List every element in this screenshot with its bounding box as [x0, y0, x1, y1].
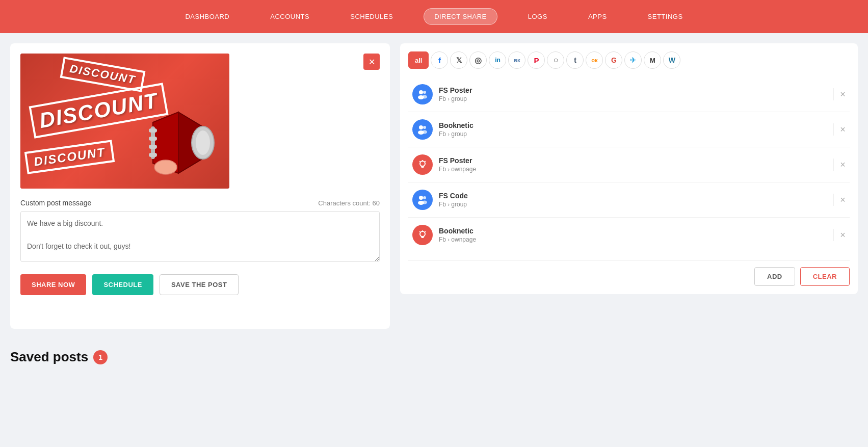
add-button[interactable]: ADD	[754, 267, 795, 286]
account-avatar	[412, 84, 433, 104]
lightbulb-icon	[417, 230, 428, 240]
nav-logs[interactable]: LOGS	[518, 9, 558, 24]
panel-footer: ADD CLEAR	[408, 260, 850, 286]
account-type: Fb › group	[439, 201, 833, 208]
account-avatar	[412, 119, 433, 140]
account-item: FS Poster Fb › group ×	[408, 77, 850, 112]
message-label: Custom post message	[20, 199, 91, 207]
nav-dashboard[interactable]: DASHBOARD	[175, 9, 240, 24]
remove-image-button[interactable]: ✕	[363, 54, 380, 70]
account-name: FS Code	[439, 192, 833, 200]
account-avatar	[412, 225, 433, 245]
account-item: Booknetic Fb › ownpage ×	[408, 218, 850, 252]
tab-all[interactable]: all	[408, 51, 429, 69]
remove-account-button[interactable]: ×	[833, 229, 846, 241]
saved-posts-badge: 1	[93, 350, 108, 364]
svg-point-15	[419, 125, 423, 129]
main-content: DISCOUNT DISCOUNT DISCOUNT	[0, 33, 868, 339]
stamp-top: DISCOUNT	[60, 57, 146, 92]
right-panel: all f 𝕏 ◎ in вк P ○ t ок G ✈ M W	[400, 43, 858, 294]
nav-accounts[interactable]: ACCOUNTS	[260, 9, 320, 24]
tab-circle[interactable]: ○	[547, 51, 564, 69]
share-now-button[interactable]: SHARE NOW	[20, 274, 86, 295]
header: DASHBOARD ACCOUNTS SCHEDULES DIRECT SHAR…	[0, 0, 868, 33]
account-info: FS Poster Fb › ownpage	[439, 156, 833, 173]
svg-rect-8	[149, 153, 157, 157]
tab-pinterest[interactable]: P	[528, 51, 545, 69]
tab-ok[interactable]: ок	[586, 51, 603, 69]
account-type: Fb › group	[439, 95, 833, 102]
svg-point-27	[422, 201, 427, 204]
remove-account-button[interactable]: ×	[833, 194, 846, 206]
message-header: Custom post message Characters count: 60	[20, 199, 380, 207]
svg-point-25	[423, 196, 426, 199]
saved-posts-header: Saved posts 1	[10, 349, 858, 365]
tab-tumblr[interactable]: t	[566, 51, 584, 69]
remove-account-button[interactable]: ×	[833, 88, 846, 100]
social-tabs: all f 𝕏 ◎ in вк P ○ t ок G ✈ M W	[408, 51, 850, 69]
svg-rect-6	[149, 137, 157, 141]
svg-line-23	[419, 161, 420, 162]
nav-apps[interactable]: APPS	[578, 9, 617, 24]
accounts-list: FS Poster Fb › group × Booknetic	[408, 77, 850, 252]
tab-medium[interactable]: M	[644, 51, 661, 69]
svg-point-3	[196, 130, 210, 155]
tab-instagram[interactable]: ◎	[469, 51, 487, 69]
account-name: FS Poster	[439, 156, 833, 165]
svg-rect-7	[149, 145, 157, 149]
post-image: DISCOUNT DISCOUNT DISCOUNT	[20, 54, 229, 189]
saved-posts-section: Saved posts 1	[0, 339, 868, 375]
clear-button[interactable]: CLEAR	[800, 267, 850, 286]
people-icon	[417, 89, 428, 100]
tab-telegram[interactable]: ✈	[624, 51, 642, 69]
people-icon	[417, 124, 428, 135]
tab-twitter[interactable]: 𝕏	[450, 51, 467, 69]
stamp-bottom: DISCOUNT	[24, 140, 115, 174]
nav-schedules[interactable]: SCHEDULES	[340, 9, 403, 24]
saved-posts-title: Saved posts	[10, 349, 88, 365]
svg-point-14	[422, 95, 427, 99]
svg-line-22	[425, 161, 426, 162]
tab-facebook[interactable]: f	[431, 51, 448, 69]
account-name: Booknetic	[439, 227, 833, 235]
account-avatar	[412, 190, 433, 210]
account-type: Fb › group	[439, 130, 833, 138]
nav-settings[interactable]: SETTINGS	[638, 9, 693, 24]
account-name: Booknetic	[439, 121, 833, 129]
svg-point-24	[419, 196, 423, 200]
image-container: DISCOUNT DISCOUNT DISCOUNT	[20, 54, 380, 189]
account-info: FS Poster Fb › group	[439, 86, 833, 102]
message-textarea[interactable]: We have a big discount. Don't forget to …	[20, 211, 380, 262]
svg-point-16	[423, 126, 426, 129]
save-post-button[interactable]: SAVE THE POST	[160, 274, 239, 295]
schedule-button[interactable]: SCHEDULE	[92, 274, 153, 295]
account-item: Booknetic Fb › group ×	[408, 112, 850, 147]
people-icon	[417, 194, 428, 205]
tab-vk[interactable]: вк	[508, 51, 525, 69]
account-type: Fb › ownpage	[439, 166, 833, 173]
svg-point-12	[423, 91, 426, 94]
remove-account-button[interactable]: ×	[833, 159, 846, 171]
account-item: FS Code Fb › group ×	[408, 182, 850, 218]
account-info: FS Code Fb › group	[439, 192, 833, 208]
megaphone-icon	[138, 92, 219, 183]
svg-rect-5	[149, 128, 157, 133]
action-buttons: SHARE NOW SCHEDULE SAVE THE POST	[20, 274, 380, 295]
account-item: FS Poster Fb › ownpage ×	[408, 147, 850, 182]
svg-line-32	[419, 231, 420, 232]
nav-direct-share[interactable]: DIRECT SHARE	[424, 8, 497, 25]
lightbulb-icon	[417, 160, 428, 170]
svg-rect-10	[158, 162, 173, 168]
svg-point-11	[419, 90, 423, 94]
remove-account-button[interactable]: ×	[833, 123, 846, 136]
characters-count: Characters count: 60	[318, 199, 380, 207]
account-name: FS Poster	[439, 86, 833, 94]
account-type: Fb › ownpage	[439, 236, 833, 243]
main-nav: DASHBOARD ACCOUNTS SCHEDULES DIRECT SHAR…	[175, 8, 693, 25]
tab-google[interactable]: G	[605, 51, 622, 69]
svg-rect-20	[422, 167, 424, 168]
svg-rect-29	[422, 237, 424, 238]
tab-linkedin[interactable]: in	[489, 51, 506, 69]
tab-wordpress[interactable]: W	[663, 51, 680, 69]
svg-line-31	[425, 231, 426, 232]
